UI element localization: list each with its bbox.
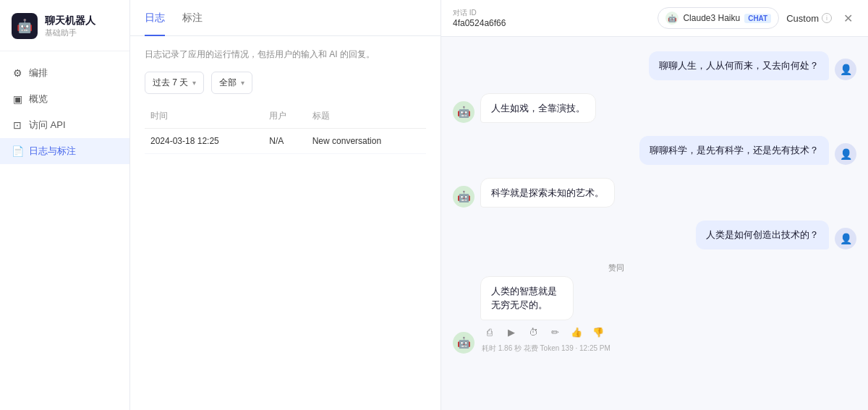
copy-button[interactable]: ⎙ — [482, 325, 498, 341]
model-icon: 🤖 — [665, 12, 678, 25]
scope-filter-chevron-icon: ▾ — [241, 79, 244, 87]
model-badge[interactable]: 🤖 Claude3 Haiku CHAT — [658, 7, 779, 29]
chat-panel: 对话 ID 4fa0524a6f66 🤖 Claude3 Haiku CHAT … — [441, 0, 868, 410]
edit-button[interactable]: ✏ — [547, 325, 563, 341]
sidebar-item-schedule-label: 编排 — [29, 67, 48, 80]
tab-annotations[interactable]: 标注 — [182, 0, 203, 36]
chat-tag: CHAT — [744, 14, 771, 23]
time-filter-label: 过去 7 天 — [153, 77, 188, 89]
bot-avatar-3: 🤖 — [453, 332, 475, 354]
scope-filter-label: 全部 — [219, 77, 237, 89]
app-subtitle: 基础助手 — [45, 27, 95, 38]
sidebar-item-overview[interactable]: ▣ 概览 — [0, 86, 129, 112]
chat-header: 对话 ID 4fa0524a6f66 🤖 Claude3 Haiku CHAT … — [441, 0, 868, 37]
gear-icon: ⚙ — [12, 67, 23, 79]
custom-badge[interactable]: Custom i — [786, 13, 832, 24]
sidebar-item-overview-label: 概览 — [29, 93, 48, 106]
message-row-4: 🤖 科学就是探索未知的艺术。 — [453, 178, 856, 208]
bot-avatar-1: 🤖 — [453, 101, 475, 123]
thumbup-button[interactable]: 👍 — [569, 325, 584, 341]
col-title: 标题 — [307, 106, 426, 129]
tabs-bar: 日志 标注 — [130, 0, 441, 36]
log-description: 日志记录了应用的运行情况，包括用户的输入和 AI 的回复。 — [145, 48, 426, 61]
message-bubble-3: 聊聊科学，是先有科学，还是先有技术？ — [639, 136, 829, 165]
message-bubble-6: 人类的智慧就是无穷无尽的。 — [480, 276, 574, 320]
custom-label: Custom — [786, 13, 819, 24]
scope-filter[interactable]: 全部 ▾ — [211, 72, 252, 94]
time-filter[interactable]: 过去 7 天 ▾ — [145, 72, 204, 94]
annotated-message: 赞同 人类的智慧就是无穷无尽的。 ⎙ ▶ ⏱ ✏ 👍 👎 耗时 1.86 秒 花… — [480, 262, 624, 354]
message-row-5: 人类是如何创造出技术的？ 👤 — [453, 221, 856, 249]
log-panel: 日志记录了应用的运行情况，包括用户的输入和 AI 的回复。 过去 7 天 ▾ 全… — [130, 36, 441, 154]
message-meta: 耗时 1.86 秒 花费 Token 139 · 12:25 PM — [482, 343, 610, 354]
sidebar-item-logs[interactable]: 📄 日志与标注 — [0, 138, 129, 164]
sidebar-item-schedule[interactable]: ⚙ 编排 — [0, 60, 129, 86]
app-name: 聊天机器人 — [45, 14, 95, 27]
tab-logs[interactable]: 日志 — [145, 0, 165, 36]
time-filter-chevron-icon: ▾ — [192, 79, 196, 87]
col-user: 用户 — [263, 106, 306, 129]
message-actions: ⎙ ▶ ⏱ ✏ 👍 👎 — [482, 325, 606, 341]
api-icon: ⊡ — [12, 119, 23, 131]
chat-id-value: 4fa0524a6f66 — [453, 18, 650, 28]
overview-icon: ▣ — [12, 93, 23, 105]
sidebar-item-logs-label: 日志与标注 — [29, 145, 76, 158]
message-bubble-5: 人类是如何创造出技术的？ — [696, 221, 829, 249]
info-icon: i — [822, 13, 832, 23]
cell-time: 2024-03-18 12:25 — [145, 129, 263, 154]
user-avatar-3: 👤 — [835, 228, 856, 249]
log-table: 时间 用户 标题 2024-03-18 12:25 N/A New conver… — [145, 106, 426, 154]
message-row-6: 🤖 赞同 人类的智慧就是无穷无尽的。 ⎙ ▶ ⏱ ✏ 👍 👎 耗时 1.86 秒… — [453, 262, 856, 354]
timer-button[interactable]: ⏱ — [525, 325, 541, 341]
table-row[interactable]: 2024-03-18 12:25 N/A New conversation — [145, 129, 426, 154]
user-avatar-2: 👤 — [835, 143, 856, 165]
app-logo-icon: 🤖 — [12, 13, 38, 39]
sidebar-item-api-label: 访问 API — [29, 119, 66, 132]
filter-row: 过去 7 天 ▾ 全部 ▾ — [145, 72, 426, 94]
message-row-3: 聊聊科学，是先有科学，还是先有技术？ 👤 — [453, 136, 856, 165]
chat-messages: 聊聊人生，人从何而来，又去向何处？ 👤 🤖 人生如戏，全靠演技。 聊聊科学，是先… — [441, 37, 868, 410]
cell-user: N/A — [263, 129, 306, 154]
sidebar-nav: ⚙ 编排 ▣ 概览 ⊡ 访问 API 📄 日志与标注 — [0, 51, 129, 410]
message-bubble-4: 科学就是探索未知的艺术。 — [480, 178, 615, 208]
sidebar-header: 🤖 聊天机器人 基础助手 — [0, 0, 129, 51]
sidebar-item-api[interactable]: ⊡ 访问 API — [0, 112, 129, 138]
message-row-2: 🤖 人生如戏，全靠演技。 — [453, 93, 856, 124]
chat-id-label: 对话 ID — [453, 8, 650, 18]
log-panel-container: 日志 标注 日志记录了应用的运行情况，包括用户的输入和 AI 的回复。 过去 7… — [130, 0, 441, 410]
model-name: Claude3 Haiku — [683, 13, 740, 23]
logs-icon: 📄 — [12, 145, 23, 157]
play-button[interactable]: ▶ — [503, 325, 519, 341]
close-button[interactable]: ✕ — [839, 9, 856, 27]
message-bubble-1: 聊聊人生，人从何而来，又去向何处？ — [649, 51, 829, 80]
col-time: 时间 — [145, 106, 263, 129]
message-bubble-2: 人生如戏，全靠演技。 — [480, 93, 596, 124]
annotation-label: 赞同 — [608, 262, 624, 273]
sidebar: 🤖 聊天机器人 基础助手 ⚙ 编排 ▣ 概览 ⊡ 访问 API 📄 日志与标注 — [0, 0, 130, 410]
chat-id-section: 对话 ID 4fa0524a6f66 — [453, 8, 650, 28]
cell-title: New conversation — [307, 129, 426, 154]
thumbdown-button[interactable]: 👎 — [590, 325, 606, 341]
user-avatar-1: 👤 — [835, 59, 856, 80]
bot-avatar-2: 🤖 — [453, 186, 475, 208]
message-row-1: 聊聊人生，人从何而来，又去向何处？ 👤 — [453, 51, 856, 80]
